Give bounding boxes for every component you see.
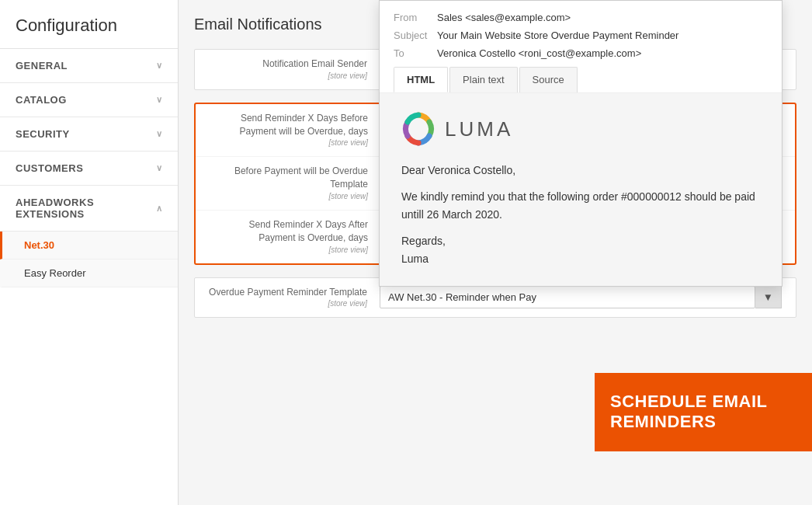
email-from-field: From Sales <sales@example.com>: [394, 12, 768, 23]
from-label: From: [394, 12, 437, 23]
chevron-down-icon: ∨: [156, 61, 163, 71]
days-before-label: Send Reminder X Days Before Payment will…: [210, 112, 380, 149]
sidebar-item-aheadworks[interactable]: AHEADWORKS EXTENSIONS ∧: [0, 186, 178, 232]
subject-value: Your Main Website Store Overdue Payment …: [437, 30, 678, 41]
before-payment-template-label: Before Payment will be Overdue Template …: [210, 165, 380, 202]
overdue-select-wrap: AW Net.30 - Reminder when Pay ▼: [380, 286, 782, 308]
overdue-template-btn[interactable]: ▼: [755, 286, 782, 308]
tab-plain[interactable]: Plain text: [449, 67, 517, 92]
email-sender-label: Notification Email Sender [store view]: [209, 57, 380, 82]
chevron-down-icon: ∨: [156, 163, 163, 173]
tab-source[interactable]: Source: [519, 67, 578, 92]
sidebar-subitem-label: Net.30: [24, 239, 54, 251]
chevron-down-icon: ∨: [156, 95, 163, 105]
luma-logo-icon: [401, 112, 435, 146]
email-logo: LUMA: [401, 112, 760, 146]
email-preview-panel: From Sales <sales@example.com> Subject Y…: [379, 0, 783, 287]
sidebar-item-label: AHEADWORKS EXTENSIONS: [16, 197, 156, 220]
sidebar-item-label: CUSTOMERS: [16, 162, 83, 174]
sidebar-item-label: CATALOG: [16, 94, 67, 106]
days-after-label: Send Reminder X Days After Payment is Ov…: [210, 218, 380, 256]
chevron-down-icon: ∨: [156, 129, 163, 139]
email-tabs: HTML Plain text Source: [394, 67, 768, 92]
sidebar-item-general[interactable]: GENERAL ∨: [0, 49, 178, 83]
email-regards-line2: Luma: [401, 250, 760, 267]
email-preview-header: From Sales <sales@example.com> Subject Y…: [380, 1, 782, 93]
email-to-field: To Veronica Costello <roni_cost@example.…: [394, 47, 768, 59]
email-content: Dear Veronica Costello, We kindly remind…: [401, 162, 760, 267]
email-message: We kindly remind you that the following …: [401, 188, 760, 223]
sidebar-item-catalog[interactable]: CATALOG ∨: [0, 83, 178, 117]
subject-label: Subject: [394, 30, 437, 41]
to-value: Veronica Costello <roni_cost@example.com…: [437, 47, 641, 59]
sidebar-item-label: SECURITY: [16, 128, 70, 140]
overdue-template-value: AW Net.30 - Reminder when Pay ▼: [380, 286, 782, 308]
page-title: Configuration: [0, 0, 178, 49]
sidebar-item-label: GENERAL: [16, 60, 68, 71]
sidebar-item-security[interactable]: SECURITY ∨: [0, 117, 178, 152]
email-subject-field: Subject Your Main Website Store Overdue …: [394, 30, 768, 41]
email-body: LUMA Dear Veronica Costello, We kindly r…: [380, 93, 782, 286]
email-regards-line1: Regards,: [401, 232, 760, 249]
email-greeting: Dear Veronica Costello,: [401, 162, 760, 179]
to-label: To: [394, 47, 437, 59]
schedule-banner: SCHEDULE EMAIL REMINDERS: [595, 373, 812, 451]
chevron-up-icon: ∧: [156, 204, 163, 214]
sidebar-item-customers[interactable]: CUSTOMERS ∨: [0, 152, 178, 186]
sidebar-item-net30[interactable]: Net.30: [0, 232, 178, 259]
schedule-banner-text: SCHEDULE EMAIL REMINDERS: [610, 392, 796, 433]
overdue-template-select[interactable]: AW Net.30 - Reminder when Pay: [380, 286, 755, 308]
overdue-template-label: Overdue Payment Reminder Template [store…: [209, 286, 380, 310]
sidebar-item-easy-reorder[interactable]: Easy Reorder: [0, 259, 178, 287]
sidebar-subitem-label: Easy Reorder: [24, 267, 85, 279]
from-value: Sales <sales@example.com>: [437, 12, 571, 23]
sidebar: Configuration GENERAL ∨ CATALOG ∨ SECURI…: [0, 0, 179, 505]
tab-html[interactable]: HTML: [394, 67, 448, 92]
email-logo-name: LUMA: [445, 117, 513, 141]
